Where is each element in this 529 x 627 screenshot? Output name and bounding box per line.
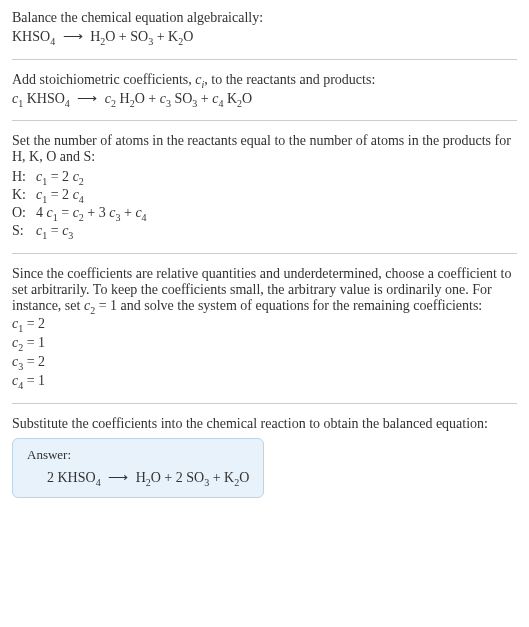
intro-text: Balance the chemical equation algebraica… — [12, 10, 517, 26]
separator — [12, 403, 517, 404]
step1-text-b: , to the reactants and products: — [204, 72, 375, 87]
intro-equation: KHSO4 ⟶ H2O + SO3 + K2O — [12, 28, 517, 47]
c3v: = 2 — [23, 354, 45, 369]
k-label: K: — [12, 187, 36, 205]
arrow-icon: ⟶ — [104, 469, 132, 486]
sol-c3: c3 = 2 — [12, 354, 517, 372]
ss2: 3 — [68, 230, 73, 241]
sub-4: 4 — [50, 36, 55, 47]
step1-k: K — [223, 91, 237, 106]
o4: 4 — [36, 205, 47, 220]
separator — [12, 253, 517, 254]
h-eq: c1 = 2 c2 — [36, 169, 84, 187]
step1-ko: O — [242, 91, 252, 106]
sol-c1: c1 = 2 — [12, 316, 517, 334]
oeq: = — [58, 205, 73, 220]
step2-text: Set the number of atoms in the reactants… — [12, 133, 517, 165]
ans-o: O + 2 SO — [151, 470, 204, 485]
step1-text: Add stoichiometric coefficients, ci, to … — [12, 72, 517, 90]
op3: + 3 — [84, 205, 109, 220]
os4: 4 — [142, 212, 147, 223]
ans-lhs: 2 KHSO — [47, 470, 96, 485]
step1-equation: c1 KHSO4 ⟶ c2 H2O + c3 SO3 + c4 K2O — [12, 90, 517, 109]
eq-row-s: S: c1 = c3 — [12, 223, 517, 241]
s-label: S: — [12, 223, 36, 241]
intro-eq-o-so: O + SO — [105, 29, 148, 44]
arrow-icon: ⟶ — [59, 28, 87, 45]
ans-s4: 4 — [96, 476, 101, 487]
ks2: 4 — [79, 194, 84, 205]
intro-eq-h: H — [90, 29, 100, 44]
separator — [12, 120, 517, 121]
step1-o: O + — [135, 91, 160, 106]
intro-eq-lhs: KHSO — [12, 29, 50, 44]
answer-label: Answer: — [27, 447, 249, 463]
step1-lhs: KHSO — [23, 91, 65, 106]
sol-c4: c4 = 1 — [12, 373, 517, 391]
answer-equation: 2 KHSO4 ⟶ H2O + 2 SO3 + K2O — [27, 469, 249, 488]
step3-text-b: = 1 and solve the system of equations fo… — [95, 298, 482, 313]
intro-eq-k: + K — [153, 29, 178, 44]
c4v: = 1 — [23, 373, 45, 388]
ans-ko: O — [239, 470, 249, 485]
arrow-icon: ⟶ — [73, 90, 101, 107]
seq: = — [47, 223, 62, 238]
step4-text: Substitute the coefficients into the che… — [12, 416, 517, 432]
c2v: = 1 — [23, 335, 45, 350]
step1-text-a: Add stoichiometric coefficients, — [12, 72, 195, 87]
hs2: 2 — [79, 176, 84, 187]
o-label: O: — [12, 205, 36, 223]
eq-row-o: O: 4 c1 = c2 + 3 c3 + c4 — [12, 205, 517, 223]
sol-c2: c2 = 1 — [12, 335, 517, 353]
step3-text: Since the coefficients are relative quan… — [12, 266, 517, 316]
ans-h: H — [136, 470, 146, 485]
ans-k: + K — [209, 470, 234, 485]
separator — [12, 59, 517, 60]
o-eq: 4 c1 = c2 + 3 c3 + c4 — [36, 205, 147, 223]
step1-so: SO — [171, 91, 192, 106]
atom-equations: H: c1 = 2 c2 K: c1 = 2 c4 O: 4 c1 = c2 +… — [12, 169, 517, 240]
step1-h: H — [116, 91, 130, 106]
step1-plus: + — [197, 91, 212, 106]
c1v: = 2 — [23, 316, 45, 331]
answer-box: Answer: 2 KHSO4 ⟶ H2O + 2 SO3 + K2O — [12, 438, 264, 499]
keq: = 2 — [47, 187, 72, 202]
heq: = 2 — [47, 169, 72, 184]
eq-row-h: H: c1 = 2 c2 — [12, 169, 517, 187]
h-label: H: — [12, 169, 36, 187]
opl: + — [120, 205, 135, 220]
sub4: 4 — [65, 97, 70, 108]
s-eq: c1 = c3 — [36, 223, 73, 241]
intro-eq-ko: O — [183, 29, 193, 44]
eq-row-k: K: c1 = 2 c4 — [12, 187, 517, 205]
k-eq: c1 = 2 c4 — [36, 187, 84, 205]
